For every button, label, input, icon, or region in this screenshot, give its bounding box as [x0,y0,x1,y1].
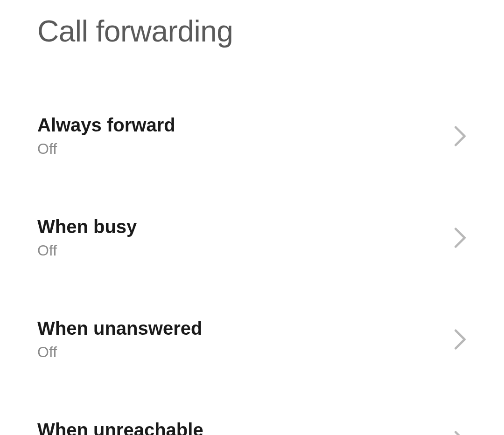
item-title: When unanswered [37,318,202,339]
settings-item-when-unreachable[interactable]: When unreachable Off [0,405,504,435]
settings-item-when-busy[interactable]: When busy Off [0,201,504,274]
settings-list: Always forward Off When busy Off When un… [0,48,504,435]
chevron-right-icon [454,430,467,435]
item-title: When busy [37,216,137,237]
chevron-right-icon [454,329,467,350]
item-status: Off [37,242,137,259]
item-title: When unreachable [37,420,203,435]
item-status: Off [37,344,202,361]
settings-item-always-forward[interactable]: Always forward Off [0,100,504,173]
chevron-right-icon [454,125,467,147]
item-text: When unanswered Off [37,318,202,361]
item-status: Off [37,140,175,158]
item-text: When busy Off [37,216,137,259]
item-text: Always forward Off [37,115,175,158]
settings-item-when-unanswered[interactable]: When unanswered Off [0,303,504,376]
item-text: When unreachable Off [37,420,203,435]
page-title: Call forwarding [0,0,504,48]
item-title: Always forward [37,115,175,136]
chevron-right-icon [454,227,467,249]
